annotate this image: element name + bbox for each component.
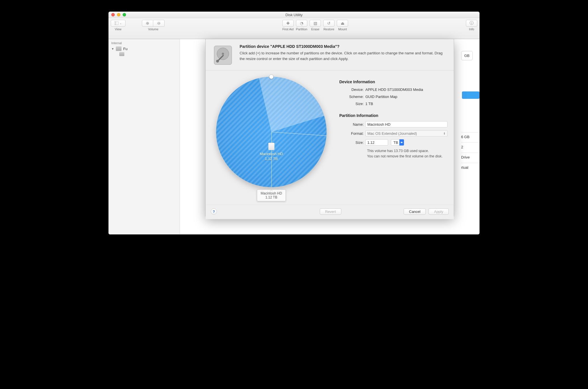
resize-handle[interactable] [269,74,274,79]
device-info-heading: Device Information [339,80,448,84]
svg-point-5 [216,60,219,63]
first-aid-label: First Aid [282,27,294,31]
mount-button[interactable]: ⏏ [337,20,348,27]
svg-point-4 [222,53,224,55]
stepper-icon: ▲▼ [443,132,446,135]
partition-pie[interactable]: Macintosh HD 1.12 TB [216,77,327,187]
sheet-title: Partition device "APPLE HDD ST1000DM003 … [240,44,448,49]
bg-row: rtual [461,163,480,172]
partition-size-label: Size: [339,140,365,145]
size-unit-select[interactable]: TB [391,139,404,146]
sidebar-item-disk[interactable]: ▼ Fu [108,46,180,52]
volume-icon [268,143,274,150]
partition-sheet: Partition device "APPLE HDD ST1000DM003 … [205,39,454,217]
scheme-value: GUID Partition Map [365,95,397,99]
partition-size-input[interactable] [365,139,388,146]
restore-icon: ↺ [327,21,331,25]
zoom-icon[interactable] [123,13,126,16]
device-label: Device: [339,87,365,92]
cancel-button[interactable]: Cancel [404,208,426,215]
partition-button[interactable]: ◔ [296,20,307,27]
sidebar-icon [114,22,118,25]
pie-icon: ◔ [300,21,303,25]
minimize-icon[interactable] [117,13,120,16]
chevron-updown-icon [399,139,404,146]
background-panel: GB 6 GB 2 Drive rtual [461,50,480,234]
partition-info-heading: Partition Information [339,113,448,118]
apply-button[interactable]: Apply [429,208,449,215]
view-button[interactable]: ⌄ [111,20,125,27]
drive-icon [116,46,122,51]
format-selected: Mac OS Extended (Journaled) [367,131,417,136]
device-size-value: 1 TB [365,102,373,106]
bg-size-pill[interactable]: GB [461,51,473,60]
partition-name-input[interactable] [365,121,448,127]
sidebar-item-label: Fu [123,47,127,51]
name-label: Name: [339,122,365,127]
revert-button[interactable]: Revert [320,208,341,215]
bg-row: 6 GB [461,132,480,141]
erase-label: Erase [311,27,319,31]
info-label: Info [469,27,474,31]
restore-label: Restore [323,27,335,31]
volume-icon [119,52,124,56]
sheet-description: Click add (+) to increase the number of … [240,50,448,61]
window-title: Disk Utility [108,13,480,17]
scheme-label: Scheme: [339,95,365,99]
restore-button[interactable]: ↺ [323,20,335,27]
plus-volume-icon: ⊕ [146,21,149,25]
window-controls [111,13,126,16]
format-label: Format: [339,131,365,136]
format-select[interactable]: Mac OS Extended (Journaled) ▲▼ [365,130,448,136]
content-area: GB 6 GB 2 Drive rtual [180,39,480,234]
sidebar-item-volume[interactable] [108,52,180,57]
svg-rect-0 [114,22,118,25]
tooltip-size: 1.12 TB [261,195,282,199]
device-value: APPLE HDD ST1000DM003 Media [365,87,423,92]
bg-usage-bar [462,91,480,99]
size-note-line1: This volume has 13.73 GB used space. [339,148,448,154]
device-size-label: Size: [339,102,365,106]
info-button[interactable]: ⓘ [466,20,477,27]
volume-add-button[interactable]: ⊕ [142,20,153,27]
partition-label: Partition [296,27,307,31]
erase-button[interactable]: ▧ [310,20,321,27]
view-label: View [115,27,122,31]
size-unit-value: TB [393,140,398,145]
help-button[interactable]: ? [211,208,217,215]
eject-icon: ⏏ [341,21,344,25]
info-icon: ⓘ [470,21,474,26]
minus-volume-icon: ⊖ [157,21,161,25]
volume-remove-button[interactable]: ⊖ [153,20,165,27]
titlebar: Disk Utility [108,12,480,18]
first-aid-button[interactable]: ✚ [282,20,294,27]
stethoscope-icon: ✚ [286,21,290,25]
sidebar: Internal ▼ Fu [108,39,180,234]
bg-row: 2 [461,142,480,151]
size-note-line2: You can not remove the first volume on t… [339,154,448,159]
pie-slice-name: Macintosh HD [260,152,283,156]
erase-icon: ▧ [314,21,317,25]
tooltip-name: Macintosh HD [261,191,282,195]
pie-slice-size: 1.12 TB [265,157,278,161]
close-icon[interactable] [111,13,115,16]
mount-label: Mount [338,27,347,31]
bg-row: Drive [461,153,480,162]
toolbar: ⌄ View ⊕ ⊖ Volume ✚ First Aid ◔ Partitio… [108,18,480,39]
volume-label: Volume [148,27,159,31]
chevron-down-icon[interactable]: ▼ [111,47,114,50]
hard-drive-icon [212,44,234,66]
app-window: Disk Utility ⌄ View ⊕ ⊖ Volume ✚ First A… [108,12,480,234]
pie-slice-label: Macintosh HD 1.12 TB [260,143,283,161]
pie-tooltip: Macintosh HD 1.12 TB [257,189,286,201]
sidebar-section: Internal [108,40,180,46]
